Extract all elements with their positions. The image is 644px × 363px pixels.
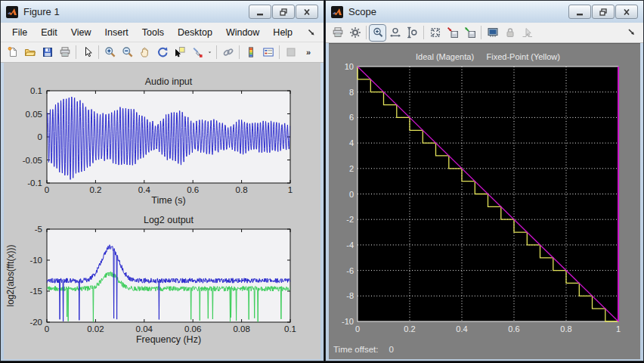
y-tick-label: 2 (349, 164, 354, 173)
insert-colorbar-button[interactable] (242, 44, 259, 61)
open-file-icon (24, 46, 36, 58)
toolbar-separator (279, 45, 280, 59)
restore-button[interactable] (592, 5, 615, 19)
dock-figure-button[interactable] (303, 27, 319, 37)
lock-axes-button[interactable] (501, 24, 519, 42)
y-tick-label: -10 (342, 317, 354, 326)
toolbar-overflow-button[interactable]: » (299, 44, 317, 61)
x-tick-label: 0.1 (284, 324, 296, 334)
x-tick-label: 0.2 (89, 185, 101, 194)
scope-window: Scope -10-8-6-4-2024681000.20.40.60.81Id… (325, 0, 644, 361)
new-figure-button[interactable] (4, 44, 21, 61)
zoom-in-button[interactable] (101, 44, 119, 61)
simulink-scope-icon (331, 6, 343, 18)
autoscale-button[interactable] (426, 24, 444, 42)
plot-tools-icon (285, 46, 297, 58)
x-tick-label: 0.08 (233, 324, 249, 334)
pan-hand-icon (139, 46, 151, 58)
zoom-button[interactable] (369, 24, 386, 42)
x-tick-label: 0.02 (87, 324, 104, 334)
restore-axes-button[interactable] (461, 24, 478, 42)
zoom-out-button[interactable] (119, 44, 136, 61)
toolbar-separator (366, 26, 367, 39)
y-tick-label: -10 (29, 256, 42, 265)
y-tick-label: -2 (346, 215, 354, 224)
save-figure-button[interactable] (39, 44, 56, 61)
link-plot-icon (222, 46, 234, 58)
floating-scope-button[interactable] (484, 24, 501, 42)
y-tick-label: 4 (349, 138, 354, 147)
toolbar-separator (98, 45, 99, 59)
insert-colorbar-icon (245, 46, 257, 58)
plot-tools-button[interactable] (282, 44, 299, 61)
scope-legend-title: Ideal (Magenta) Fixed-Point (Yellow) (416, 52, 560, 61)
dropdown-caret-button[interactable] (206, 44, 214, 61)
figure-titlebar[interactable]: Figure 1 (1, 1, 324, 23)
close-button[interactable] (615, 5, 638, 19)
pan-hand-button[interactable] (136, 44, 153, 61)
close-button[interactable] (296, 5, 318, 19)
data-cursor-button[interactable] (171, 44, 188, 61)
y-tick-label: -5 (35, 225, 42, 234)
link-plot-button[interactable] (219, 44, 237, 61)
zoom-x-icon (389, 26, 401, 39)
menu-desktop[interactable]: Desktop (171, 25, 219, 40)
print-figure-button[interactable] (56, 44, 73, 61)
y-tick-label: 8 (349, 88, 354, 97)
new-figure-icon (7, 46, 19, 58)
menu-help[interactable]: Help (266, 25, 299, 40)
print-figure-button[interactable] (329, 24, 346, 42)
y-tick-label: -0.1 (27, 178, 42, 188)
scope-titlebar[interactable]: Scope (326, 1, 643, 23)
menu-window[interactable]: Window (219, 25, 266, 40)
y-tick-label: 0 (38, 132, 42, 141)
open-file-button[interactable] (21, 44, 39, 61)
minimize-button[interactable] (249, 5, 271, 19)
scope-plot[interactable]: -10-8-6-4-2024681000.20.40.60.81Ideal (M… (329, 44, 640, 343)
chart-title: Audio input (145, 76, 193, 87)
restore-button[interactable] (272, 5, 295, 19)
floating-scope-icon (487, 26, 499, 39)
data-cursor-icon (174, 46, 186, 58)
toolbar-separator (76, 45, 76, 59)
rotate-3d-button[interactable] (153, 44, 171, 61)
figure-menubar: File Edit View Insert Tools Desktop Wind… (1, 23, 324, 42)
brush-button[interactable] (188, 44, 206, 61)
edit-plot-cursor-button[interactable] (79, 44, 96, 61)
x-tick-label: 0 (45, 324, 49, 334)
menu-edit[interactable]: Edit (34, 25, 64, 40)
x-tick-label: 0.8 (560, 324, 571, 334)
menu-view[interactable]: View (64, 25, 98, 40)
zoom-x-button[interactable] (386, 24, 404, 42)
menu-insert[interactable]: Insert (98, 25, 135, 40)
parameters-gear-button[interactable] (346, 24, 364, 42)
minimize-button[interactable] (568, 5, 591, 19)
signal-selection-button[interactable] (519, 24, 536, 42)
y-tick-label: -15 (29, 287, 42, 296)
y-tick-label: -8 (346, 291, 354, 300)
toolbar-separator (481, 26, 481, 39)
x-tick-label: 0.8 (236, 185, 248, 194)
save-axes-button[interactable] (444, 24, 461, 42)
parameters-gear-icon (349, 26, 361, 39)
y-tick-label: 0 (349, 190, 354, 199)
desktop: { "figure_window": { "title": "Figure 1"… (0, 0, 644, 363)
y-tick-label: 0.05 (26, 110, 42, 119)
lock-axes-icon (504, 26, 516, 39)
chart-title: Log2 output (144, 215, 194, 225)
y-tick-label: -20 (29, 318, 42, 327)
dropdown-caret-icon (206, 46, 213, 58)
toolbar-overflow-icon: » (302, 46, 314, 58)
toolbar-separator (239, 45, 240, 59)
save-axes-icon (447, 26, 459, 39)
y-tick-label: -4 (346, 240, 354, 250)
menu-file[interactable]: File (5, 25, 34, 40)
dock-scope-button[interactable] (623, 24, 640, 42)
time-offset-value: 0 (389, 345, 393, 354)
signal-selection-icon (522, 26, 534, 39)
insert-legend-button[interactable] (259, 44, 277, 61)
x-tick-label: 1 (288, 185, 293, 194)
x-tick-label: 0.04 (136, 324, 153, 334)
menu-tools[interactable]: Tools (135, 25, 171, 40)
zoom-y-button[interactable] (404, 24, 421, 42)
